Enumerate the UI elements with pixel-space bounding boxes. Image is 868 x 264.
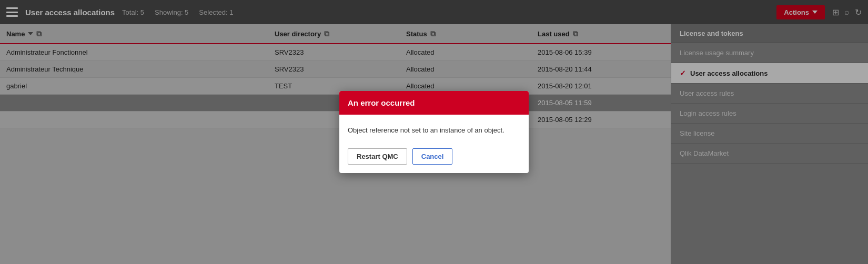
restart-qmc-button[interactable]: Restart QMC <box>348 148 407 165</box>
dialog-header: An error occurred <box>339 91 529 115</box>
dialog-body: Object reference not set to an instance … <box>339 115 529 141</box>
dialog-footer: Restart QMC Cancel <box>339 141 529 173</box>
dialog-overlay: An error occurred Object reference not s… <box>0 0 868 264</box>
error-dialog: An error occurred Object reference not s… <box>339 91 529 173</box>
cancel-button[interactable]: Cancel <box>412 148 453 165</box>
